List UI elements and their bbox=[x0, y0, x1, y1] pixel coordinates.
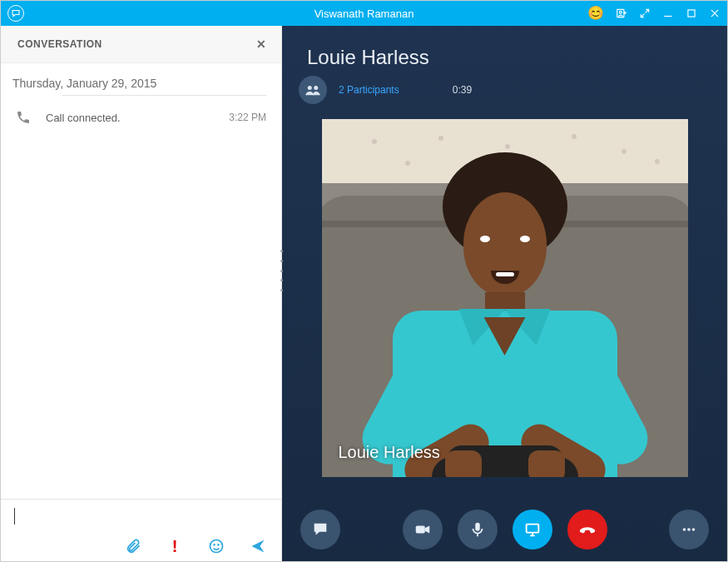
svg-point-1 bbox=[619, 11, 622, 13]
svg-point-6 bbox=[210, 540, 223, 553]
important-icon[interactable]: ! bbox=[166, 538, 183, 555]
participants-icon[interactable] bbox=[299, 76, 327, 104]
minimize-icon[interactable] bbox=[662, 7, 674, 19]
call-controls-right bbox=[669, 510, 709, 550]
call-controls-center bbox=[282, 510, 727, 550]
call-header: Louie Harless bbox=[282, 26, 727, 69]
event-time: 3:22 PM bbox=[229, 112, 266, 123]
video-button[interactable] bbox=[403, 510, 443, 550]
hangup-button[interactable] bbox=[567, 510, 607, 550]
call-panel: Louie Harless 2 Participants 0:39 bbox=[282, 26, 727, 561]
window-controls: 😊 bbox=[587, 7, 721, 20]
participants-link[interactable]: 2 Participants bbox=[339, 84, 399, 96]
call-timer: 0:39 bbox=[453, 84, 472, 96]
call-meta: 2 Participants 0:39 bbox=[299, 76, 727, 104]
close-icon[interactable] bbox=[709, 7, 721, 19]
conversation-body: Thursday, January 29, 2015 Call connecte… bbox=[1, 63, 281, 499]
body: CONVERSATION ✕ Thursday, January 29, 201… bbox=[1, 26, 727, 561]
video-overlay-name: Louie Harless bbox=[339, 443, 440, 462]
video-frame: Louie Harless bbox=[322, 119, 688, 477]
panel-splitter[interactable] bbox=[279, 250, 284, 291]
conversation-date: Thursday, January 29, 2015 bbox=[12, 77, 266, 95]
svg-rect-12 bbox=[475, 523, 480, 531]
app-window: Viswanath Ramanan 😊 CONVERSATION bbox=[0, 0, 728, 562]
emoji-outline-icon[interactable] bbox=[208, 538, 225, 555]
more-button[interactable] bbox=[669, 510, 709, 550]
message-toolbar: ! bbox=[1, 538, 281, 561]
event-message: Call connected. bbox=[46, 112, 121, 124]
svg-point-7 bbox=[214, 545, 215, 545]
svg-point-15 bbox=[687, 528, 691, 531]
svg-rect-13 bbox=[526, 525, 538, 533]
window-title: Viswanath Ramanan bbox=[314, 7, 414, 20]
app-icon bbox=[7, 5, 24, 22]
present-button[interactable] bbox=[513, 510, 552, 550]
conversation-event: Call connected. 3:22 PM bbox=[12, 102, 266, 133]
conversation-header-label: CONVERSATION bbox=[17, 38, 102, 50]
remote-user-name: Louie Harless bbox=[307, 46, 727, 69]
paperclip-icon[interactable] bbox=[125, 538, 141, 555]
microphone-button[interactable] bbox=[458, 510, 498, 550]
conversation-header: CONVERSATION ✕ bbox=[1, 26, 281, 63]
maximize-icon[interactable] bbox=[686, 7, 697, 19]
conversation-close-button[interactable]: ✕ bbox=[256, 37, 266, 51]
message-input[interactable] bbox=[14, 508, 271, 531]
video-placeholder bbox=[322, 119, 688, 477]
send-icon[interactable] bbox=[250, 538, 266, 555]
titlebar: Viswanath Ramanan 😊 bbox=[1, 1, 727, 26]
fullscreen-icon[interactable] bbox=[639, 7, 651, 19]
emoji-smile-icon[interactable]: 😊 bbox=[587, 7, 604, 20]
svg-point-10 bbox=[314, 86, 318, 90]
svg-point-9 bbox=[308, 86, 312, 90]
svg-point-16 bbox=[692, 528, 696, 531]
add-contact-icon[interactable] bbox=[616, 7, 627, 19]
phone-icon bbox=[16, 110, 31, 125]
svg-point-8 bbox=[218, 545, 219, 545]
svg-rect-11 bbox=[415, 525, 424, 533]
svg-rect-3 bbox=[688, 10, 695, 17]
message-input-area bbox=[1, 499, 281, 538]
svg-point-14 bbox=[683, 528, 686, 531]
conversation-panel: CONVERSATION ✕ Thursday, January 29, 201… bbox=[1, 26, 282, 561]
